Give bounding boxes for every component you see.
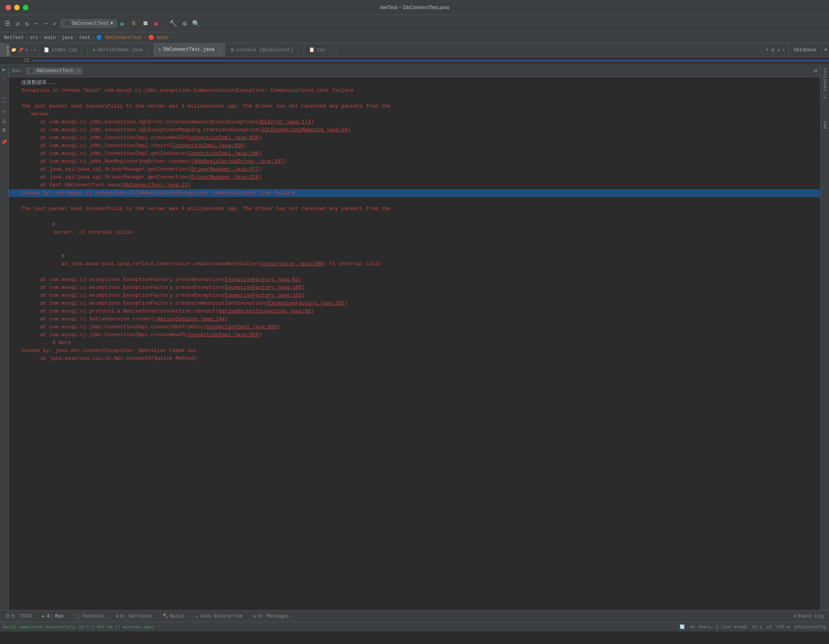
tab-close-servlet-demo[interactable]: ✕ [146,48,149,52]
toolbar-sync-icon[interactable]: ↻ [24,19,31,28]
breadcrumb-dbconnecttest[interactable]: 🔵 DbConnectTest [96,35,142,41]
collapse-right-icon[interactable]: ◀ [824,43,827,56]
breadcrumb-src[interactable]: src [30,35,39,41]
pin-icon[interactable]: 📌 [18,47,24,52]
tab-close-console[interactable]: ✕ [297,48,299,52]
stack-link[interactable]: ExceptionFactory.java:105 [225,285,302,290]
wrap-icon[interactable]: ⟵⟶ [3,95,5,104]
expand-icon[interactable]: ⬆ [782,47,786,53]
console-output[interactable]: 连接数据库... Exception in thread "main" com.… [9,77,820,610]
stack-link[interactable]: NativeSocketConnection.java:91 [218,308,311,314]
stack-link[interactable]: ConnectionImpl.java:246 [188,151,258,156]
debug-button[interactable]: ⏸ [129,19,138,28]
console-line: at com.mysql.cj.exceptions.ExceptionFact… [9,292,820,300]
gear-icon[interactable]: ⚙ [814,67,817,74]
toolbar-back-icon[interactable]: ← [33,19,40,28]
scroll-up-icon[interactable]: ↑ [3,76,6,82]
build-button[interactable]: 🔨 Build [160,612,187,620]
tab-index-jsp[interactable]: 📄 index.jsp ✕ [39,43,88,56]
console-line: at com.mysql.cj.protocol.a.NativeSocketC… [9,307,820,315]
run-tab-close[interactable]: ✕ [77,69,80,73]
services-button[interactable]: ⚙ 8: Services [114,612,154,620]
run-tab[interactable]: ⬛ DbConnectTest ✕ [26,67,83,74]
close-button[interactable] [6,5,11,10]
minimize-button[interactable] [14,5,20,10]
close-small-icon[interactable]: ✕ [34,47,36,52]
java-enterprise-label: Java Enterprise [200,614,243,619]
stack-link[interactable]: Constructor.java:500 [261,261,323,267]
scroll-down-icon[interactable]: ↓ [3,85,6,90]
breadcrumb-nettest[interactable]: NetTest [4,35,24,41]
stack-link[interactable]: NativeSession.java:144 [157,316,225,322]
pin-sidebar-icon[interactable]: 📌 [1,140,7,145]
expand-internal-icon[interactable]: ⊞ [62,253,65,259]
favorites-tab[interactable]: 2: Favorites [822,65,829,102]
stack-link[interactable]: ConnectionImpl.java:456 [172,143,243,149]
maximize-button[interactable] [23,5,28,10]
breadcrumb-main-method[interactable]: 🔴 main [148,35,168,41]
stack-link[interactable]: SQLExceptionsMapping.java:64 [262,127,348,133]
run-button[interactable]: ▶ [119,19,127,29]
coverage-button[interactable]: ⏹ [141,19,150,28]
console-line: Exception in thread "main" com.mysql.cj.… [9,87,820,95]
stack-link[interactable]: ExceptionFactory.java:61 [225,277,299,283]
breadcrumb-main[interactable]: main [44,35,56,41]
play-icon: ▶ [42,614,45,619]
console-line: at com.mysql.cj.exceptions.ExceptionFact… [9,300,820,307]
messages-button[interactable]: ✉ 0: Messages [251,612,291,620]
stack-link[interactable]: DbConnectTest.java:23 [123,182,188,188]
tab-close-dbconnect[interactable]: ✕ [218,47,220,52]
expand-calls-icon[interactable]: ⊞ [52,221,55,227]
terminal-button[interactable]: ⬛ Terminal [72,612,107,620]
run-bottom-button[interactable]: ▶ 4: Run [40,613,66,620]
breadcrumb-java[interactable]: java [62,35,73,41]
project-icon[interactable]: 📁 [11,47,17,52]
toolbar-check-icon[interactable]: ✔ [52,19,59,28]
tab-servlet-demo[interactable]: ● ServletDemo.java ✕ [88,43,154,56]
stack-link[interactable]: ConnectionImpl.java:956 [206,324,277,330]
stack-link[interactable]: DriverManager.java:228 [191,174,259,180]
settings-icon[interactable]: ⚙ [181,19,188,28]
tab-close-tes[interactable]: ✕ [329,48,331,52]
toolbar-menu-icon[interactable]: ☰ [3,19,12,28]
search-icon[interactable]: 🔍 [190,19,202,28]
run-config-dropdown[interactable]: ⬛ DbConnectTest ▼ [61,19,117,28]
stack-link[interactable]: ConnectionImpl.java:836 [188,135,258,141]
run-sidebar-icon[interactable]: ▶ [2,66,6,73]
stack-link[interactable]: NonRegisteringDriver.java:197 [194,158,283,164]
todo-button[interactable]: ☰ 6: TODO [3,612,34,620]
java-enterprise-button[interactable]: ☕ Java Enterprise [193,612,245,620]
minus-icon[interactable]: − [30,48,32,52]
project-tab[interactable]: 1: Project [0,43,8,57]
services-label: 8: Services [120,614,151,619]
stack-link[interactable]: SQLError.java:174 [259,119,311,125]
stack-link[interactable]: ExceptionFactory.java:167 [268,300,345,306]
web-tab[interactable]: Web [822,118,829,132]
breadcrumb-test[interactable]: test [79,35,90,41]
editor-config: EditorConfig [795,625,826,629]
console-line: at com.mysql.cj.jdbc.exceptions.SQLError… [9,118,820,126]
messages-icon: ✉ [254,613,256,619]
tab-console[interactable]: 🖥 console [@localhost] ✕ [225,43,304,56]
tab-tes[interactable]: 📋 tes ✕ [304,43,336,56]
list-tabs-icon[interactable]: ⊞ [771,47,775,53]
database-tab[interactable]: Database [788,43,821,56]
toolbar-forward-icon[interactable]: → [42,19,49,28]
stack-link[interactable]: DriverManager.java:677 [191,166,259,172]
add-tab-icon[interactable]: + [765,47,769,54]
tab-close-index-jsp[interactable]: ✕ [80,48,83,52]
refresh-tabs-icon[interactable]: ↺ [777,47,780,53]
window-controls[interactable] [6,5,28,10]
build-icon[interactable]: 🔨 [168,19,179,28]
event-log-button[interactable]: ℹ Event Log [792,612,826,620]
stop-button[interactable]: ◼ [153,19,160,28]
stack-link[interactable]: ExceptionFactory.java:151 [225,292,302,298]
settings-small-icon[interactable]: ⚙ [25,47,28,52]
print-icon[interactable]: 🖨 [2,118,7,124]
stack-link[interactable]: ConnectionImpl.java:826 [188,332,258,338]
filter-icon[interactable]: ▽ [3,109,6,115]
delete-icon[interactable]: 🗑 [2,127,7,133]
breadcrumb: NetTest › src › main › java › test › 🔵 D… [0,32,829,43]
tab-dbconnect[interactable]: ● DbConnectTest.java ✕ [154,43,225,56]
toolbar-refresh-icon[interactable]: ↺ [14,19,21,28]
